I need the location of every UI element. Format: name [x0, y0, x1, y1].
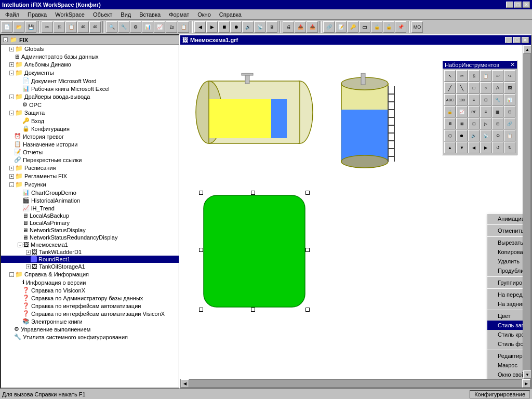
- tree-item-excel[interactable]: 📊 Рабочая книга Microsoft Excel: [1, 85, 179, 92]
- tree-item-globals[interactable]: + 📁 Globals: [1, 45, 179, 53]
- tb-btn8[interactable]: 40: [89, 21, 101, 33]
- tools-close-icon[interactable]: ✕: [510, 61, 515, 68]
- tool-undo[interactable]: ↩: [492, 70, 503, 82]
- hscroll-track[interactable]: [189, 380, 522, 387]
- tree-item-chartgroup[interactable]: 📊 ChartGroupDemo: [1, 189, 179, 196]
- inner-minimize[interactable]: _: [505, 37, 512, 43]
- tree-item-word[interactable]: 📄 Документ Microsoft Word: [1, 77, 179, 85]
- tb-btn26[interactable]: 🔗: [323, 21, 335, 33]
- hscroll-left[interactable]: ◀: [181, 379, 189, 388]
- tool-btn5r3[interactable]: ⊡: [468, 118, 480, 129]
- tb-btn31[interactable]: 🔓: [383, 21, 394, 33]
- close-button[interactable]: ✕: [523, 2, 530, 8]
- ctx-delete[interactable]: Удалить: [487, 257, 523, 266]
- tb-btn23[interactable]: 🖨: [283, 21, 294, 33]
- vscroll-track[interactable]: [523, 54, 530, 370]
- vscroll-down[interactable]: ▼: [523, 370, 531, 379]
- tool-btn6r5[interactable]: ⚙: [492, 130, 503, 141]
- tree-item-local-backup[interactable]: 🖥 LocalAsBackup: [1, 212, 179, 219]
- tool-image[interactable]: 🖼: [504, 82, 515, 94]
- tb-btn32[interactable]: 📌: [395, 21, 406, 33]
- sel-handle-ml[interactable]: [199, 248, 203, 252]
- minimize-button[interactable]: _: [506, 2, 513, 8]
- tool-btn7r5[interactable]: ↺: [492, 142, 503, 153]
- tree-item-schedules[interactable]: + 📁 Расписания: [1, 164, 179, 172]
- tree-item-tank-ladder[interactable]: + 🖼 TankWLadderD1: [1, 248, 179, 256]
- tb-new[interactable]: 📄: [1, 21, 12, 33]
- tb-btn11[interactable]: ⚙: [130, 21, 141, 33]
- ctx-bring-front[interactable]: На передний план: [487, 290, 523, 299]
- tree-item-visicon-help[interactable]: ❓ Справка по VisiconX: [1, 286, 179, 294]
- tool-btn7r3[interactable]: ◀: [468, 142, 480, 153]
- tb-btn24[interactable]: 📤: [295, 21, 306, 33]
- sel-handle-mr[interactable]: [305, 248, 310, 252]
- ctx-color[interactable]: Цвет ▶: [487, 311, 523, 321]
- menu-format[interactable]: Формат: [166, 11, 192, 18]
- tb-btn4[interactable]: ✂: [42, 21, 53, 33]
- sel-handle-br[interactable]: [305, 308, 310, 312]
- sel-handle-tl[interactable]: [199, 191, 203, 195]
- menu-insert[interactable]: Вставка: [136, 11, 164, 18]
- tool-btn6r3[interactable]: 🔊: [468, 130, 480, 141]
- menu-object[interactable]: Объект: [90, 11, 115, 18]
- tree-item-net-redundancy[interactable]: 🖥 NetworkStatusRedundancyDisplay: [1, 234, 179, 241]
- maximize-button[interactable]: □: [514, 2, 522, 8]
- tree-item-docs[interactable]: - 📁 Документы: [1, 69, 179, 77]
- ctx-edit-script[interactable]: Редактировать скрипт: [487, 351, 523, 361]
- tool-btn4r6[interactable]: ⊟: [504, 106, 515, 117]
- menu-help[interactable]: Справка: [216, 11, 245, 18]
- tb-btn29[interactable]: 🗃: [359, 21, 370, 33]
- tree-item-tank-oil[interactable]: + 🖼 TankOilStorageA1: [1, 263, 179, 270]
- menu-file[interactable]: Файл: [2, 11, 22, 18]
- tool-btn7r2[interactable]: ▼: [456, 142, 468, 153]
- menu-view[interactable]: Вид: [117, 11, 134, 18]
- tool-select[interactable]: ↖: [444, 70, 456, 82]
- tb-btn13[interactable]: 📈: [154, 21, 165, 33]
- ctx-group[interactable]: Группировать Ctrl+G: [487, 278, 523, 287]
- tree-item-crossref[interactable]: 🔗 Перекрестные ссылки: [1, 156, 179, 164]
- tool-btn6r2[interactable]: ⏺: [456, 130, 468, 141]
- tool-text[interactable]: A: [492, 82, 503, 94]
- tool-btn5r5[interactable]: ⊞: [492, 118, 503, 129]
- tool-btn5r4[interactable]: ▷: [480, 118, 491, 129]
- tree-item-pictures[interactable]: - 📁 Рисунки: [1, 180, 179, 189]
- tree-item-sys-config[interactable]: 🔧 Утилита системного конфигурирования: [1, 333, 179, 341]
- tool-btn5r1[interactable]: 🖥: [444, 118, 456, 129]
- tool-redo[interactable]: ↪: [504, 70, 515, 82]
- ctx-bg-style[interactable]: Стиль фона ▶: [487, 339, 523, 349]
- tool-btn3r5[interactable]: 🔧: [492, 94, 503, 105]
- tb-btn20[interactable]: 🔊: [242, 21, 254, 33]
- tb-btn30[interactable]: 🔒: [371, 21, 382, 33]
- tb-btn25[interactable]: 📥: [307, 21, 318, 33]
- tree-item-opc[interactable]: ⚙ OPC: [1, 101, 179, 109]
- tool-btn5r2[interactable]: ⊠: [456, 118, 468, 129]
- tool-btn6r1[interactable]: ⬡: [444, 130, 456, 141]
- tree-item-hist-assign[interactable]: 📋 Назначение истории: [1, 140, 179, 148]
- tree-item-login[interactable]: 🔑 Вход: [1, 117, 179, 125]
- sel-handle-bm[interactable]: [251, 308, 255, 312]
- tool-abc[interactable]: ABC: [444, 94, 456, 105]
- ctx-properties[interactable]: Окно свойств...: [487, 370, 523, 379]
- tree-item-reports[interactable]: 📝 Отчеты: [1, 148, 179, 156]
- tool-btn4r4[interactable]: ≡: [480, 106, 491, 117]
- tree-item-mnemo1[interactable]: - 🖼 Мнемосхема1: [1, 241, 179, 248]
- inner-close[interactable]: ✕: [522, 37, 529, 43]
- tb-btn28[interactable]: 🔑: [347, 21, 358, 33]
- tree-item-round-rect[interactable]: RoundRect1: [1, 256, 179, 263]
- tree-item-ih-trend[interactable]: 📈 iH_Trend: [1, 204, 179, 212]
- inner-maximize[interactable]: □: [513, 37, 521, 43]
- tool-rect[interactable]: □: [468, 82, 480, 94]
- ctx-send-back[interactable]: На задний план: [487, 299, 523, 309]
- tool-paste[interactable]: 📋: [480, 70, 491, 82]
- sel-handle-tr[interactable]: [305, 191, 310, 195]
- tb-btn18[interactable]: ⏹: [218, 21, 230, 33]
- tb-save[interactable]: 💾: [25, 21, 36, 33]
- tree-item-iface-help[interactable]: ❓ Справка по интерфейсам автоматизации: [1, 302, 179, 310]
- ctx-border-style[interactable]: Стиль кромки ▶: [487, 330, 523, 339]
- tb-btn6[interactable]: 📋: [65, 21, 77, 33]
- tb-btn10[interactable]: 🔧: [118, 21, 129, 33]
- tb-btn27[interactable]: 📝: [335, 21, 347, 33]
- tree-item-db-admin[interactable]: 🖥 Администратор базы данных: [1, 53, 179, 60]
- tree-item-ebooks[interactable]: 📚 Электронные книги: [1, 317, 179, 325]
- tree-item-exec-mgmt[interactable]: ⚙ Управление выполнением: [1, 325, 179, 333]
